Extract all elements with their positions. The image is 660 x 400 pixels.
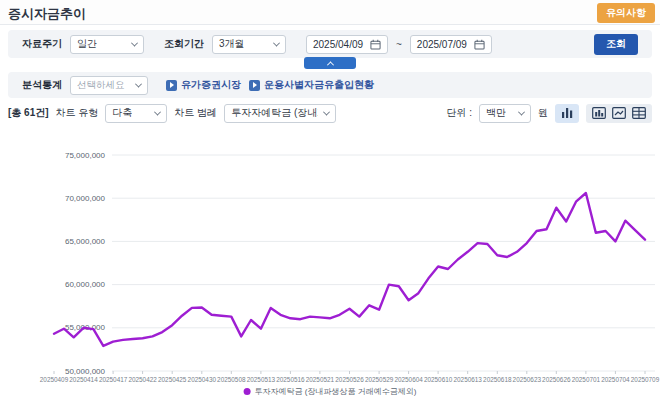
chart-legend: 투자자예탁금 (장내파생상품 거래예수금제외) — [244, 386, 417, 397]
chevron-up-icon — [326, 61, 333, 68]
total-count: [총 61건] — [8, 106, 49, 120]
play-icon — [166, 80, 177, 91]
search-button[interactable]: 조회 — [594, 34, 638, 55]
svg-text:20250704: 20250704 — [601, 376, 630, 383]
period-select[interactable]: 3개월 — [212, 35, 286, 54]
period-label: 조회기간 — [164, 37, 204, 51]
chevron-down-icon — [273, 39, 280, 46]
app-window: 증시자금추이 유의사항 자료주기 일간 조회기간 3개월 2025/04/09 — [0, 0, 660, 400]
svg-text:20250610: 20250610 — [424, 376, 453, 383]
chart-legend-select[interactable]: 투자자예탁금 (장내파생상품 거래예수금제외) — [224, 104, 336, 123]
svg-text:20250513: 20250513 — [247, 376, 276, 383]
chart-image-icon — [612, 107, 626, 119]
fund-flow-by-manager-link[interactable]: 운용사별자금유출입현황 — [249, 78, 374, 92]
svg-text:20250508: 20250508 — [217, 376, 246, 383]
svg-text:20250526: 20250526 — [335, 376, 364, 383]
svg-text:70,000,000: 70,000,000 — [65, 194, 106, 203]
svg-text:20250709: 20250709 — [631, 376, 660, 383]
chart-view-button[interactable] — [555, 104, 579, 123]
table-icon — [632, 107, 646, 119]
filter-panel: 자료주기 일간 조회기간 3개월 2025/04/09 — [8, 30, 652, 58]
svg-text:20250425: 20250425 — [158, 376, 187, 383]
svg-text:20250529: 20250529 — [365, 376, 394, 383]
svg-text:60,000,000: 60,000,000 — [65, 280, 106, 289]
svg-text:20250701: 20250701 — [572, 376, 601, 383]
svg-text:50,000,000: 50,000,000 — [65, 367, 106, 376]
play-icon — [249, 80, 260, 91]
notice-button[interactable]: 유의사항 — [597, 3, 655, 23]
svg-text:20250626: 20250626 — [542, 376, 571, 383]
chart-area: 50,000,00055,000,00060,000,00065,000,000… — [0, 128, 660, 400]
svg-text:20250516: 20250516 — [276, 376, 305, 383]
analysis-select[interactable]: 선택하세요 — [70, 76, 148, 95]
analysis-label: 분석통계 — [22, 78, 62, 92]
data-cycle-select[interactable]: 일간 — [70, 35, 144, 54]
chevron-down-icon — [135, 80, 142, 87]
legend-series-name: 투자자예탁금 (장내파생상품 거래예수금제외) — [255, 386, 417, 397]
svg-text:20250409: 20250409 — [40, 376, 69, 383]
chart-image-view-button[interactable] — [612, 107, 626, 119]
chart-type-select[interactable]: 다축 — [105, 104, 167, 123]
page-title: 증시자금추이 — [8, 5, 86, 23]
chevron-down-icon — [131, 39, 138, 46]
date-to-input[interactable]: 2025/07/09 — [410, 35, 492, 54]
svg-text:65,000,000: 65,000,000 — [65, 237, 106, 246]
svg-text:20250623: 20250623 — [513, 376, 542, 383]
unit-select[interactable]: 백만 — [479, 104, 531, 123]
data-cycle-label: 자료주기 — [22, 37, 62, 51]
svg-text:20250414: 20250414 — [69, 376, 98, 383]
analysis-panel: 분석통계 선택하세요 유가증권시장 운용사별자금유출입현황 — [8, 72, 652, 98]
chart-type-label: 차트 유형 — [56, 106, 99, 120]
svg-text:20250417: 20250417 — [99, 376, 128, 383]
date-range-separator: ~ — [396, 39, 402, 50]
legend-dot-icon — [244, 388, 251, 395]
collapse-filter-button[interactable] — [304, 57, 356, 69]
chart-toolbar: [총 61건] 차트 유형 다축 차트 범례 투자자예탁금 (장내파생상품 거래… — [0, 100, 660, 126]
calendar-icon — [474, 39, 485, 50]
svg-text:20250613: 20250613 — [453, 376, 482, 383]
unit-label: 단위 : — [446, 106, 472, 120]
svg-text:20250422: 20250422 — [128, 376, 157, 383]
chevron-down-icon — [518, 108, 525, 115]
svg-text:20250430: 20250430 — [188, 376, 217, 383]
chart-and-grid-view-button[interactable] — [592, 107, 606, 119]
chart-legend-label: 차트 범례 — [174, 106, 217, 120]
header: 증시자금추이 유의사항 — [0, 0, 660, 25]
bar-chart-icon — [561, 107, 574, 119]
chart-grid-icon — [592, 107, 606, 119]
unit-suffix: 원 — [538, 106, 548, 120]
table-view-button[interactable] — [632, 107, 646, 119]
svg-text:20250521: 20250521 — [306, 376, 335, 383]
svg-text:20250618: 20250618 — [483, 376, 512, 383]
calendar-icon — [370, 39, 381, 50]
kospi-market-link[interactable]: 유가증권시장 — [166, 78, 241, 92]
chevron-down-icon — [154, 108, 161, 115]
line-chart[interactable]: 50,000,00055,000,00060,000,00065,000,000… — [0, 128, 660, 400]
svg-text:75,000,000: 75,000,000 — [65, 151, 106, 160]
chevron-down-icon — [323, 108, 330, 115]
svg-text:20250604: 20250604 — [394, 376, 423, 383]
date-from-input[interactable]: 2025/04/09 — [306, 35, 388, 54]
view-mode-group — [586, 104, 652, 123]
